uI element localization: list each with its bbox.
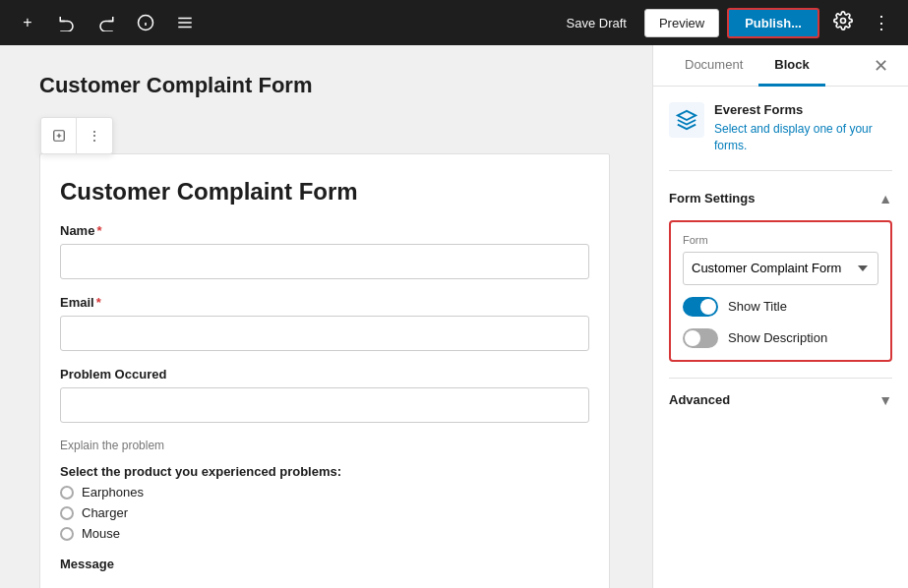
problem-label: Problem Occured: [60, 367, 589, 382]
name-input[interactable]: [60, 244, 589, 279]
name-label: Name*: [60, 223, 589, 238]
form-settings-chevron-icon: ▲: [878, 191, 892, 206]
show-description-label: Show Description: [728, 330, 827, 345]
form-settings-panel: Form Customer Complaint Form Show Title: [669, 220, 892, 362]
redo-button[interactable]: [91, 7, 122, 38]
block-more-button[interactable]: ⋮: [77, 118, 112, 153]
form-settings-heading[interactable]: Form Settings ▲: [669, 191, 892, 206]
radio-options: Earphones Charger Mouse: [60, 485, 589, 541]
message-label: Message: [60, 557, 589, 571]
email-input[interactable]: [60, 316, 589, 351]
block-info: Everest Forms Select and display one of …: [669, 102, 892, 171]
radio-item-mouse: Mouse: [60, 526, 589, 541]
show-description-toggle[interactable]: [683, 328, 718, 348]
block-icon-button[interactable]: [41, 118, 77, 153]
menu-button[interactable]: [169, 7, 201, 38]
name-required-star: *: [96, 223, 101, 238]
advanced-chevron-icon: ▼: [878, 392, 892, 408]
more-options-button[interactable]: ⋮: [867, 8, 896, 37]
save-draft-button[interactable]: Save Draft: [557, 10, 636, 36]
main-layout: Customer Complaint Form ⋮ Customer Compl…: [0, 45, 908, 588]
radio-circle-earphones[interactable]: [60, 486, 74, 500]
advanced-section: Advanced ▼: [669, 378, 892, 408]
tab-block[interactable]: Block: [758, 45, 824, 87]
sidebar: Document Block ✕ Everest Forms Select an…: [652, 45, 908, 588]
advanced-heading[interactable]: Advanced ▼: [669, 392, 892, 408]
block-toolbar: ⋮: [40, 117, 113, 154]
show-description-row: Show Description: [683, 328, 878, 348]
form-dropdown-label: Form: [683, 234, 878, 246]
email-label: Email*: [60, 295, 589, 310]
publish-button[interactable]: Publish...: [727, 8, 819, 38]
everest-forms-icon: [669, 102, 704, 138]
radio-circle-charger[interactable]: [60, 506, 74, 520]
problem-input[interactable]: [60, 387, 589, 423]
radio-item-charger: Charger: [60, 505, 589, 520]
form-select[interactable]: Customer Complaint Form: [683, 252, 878, 285]
radio-group: Select the product you experienced probl…: [60, 464, 589, 541]
svg-point-6: [841, 18, 846, 23]
block-info-text: Everest Forms Select and display one of …: [714, 102, 892, 154]
editor-area: Customer Complaint Form ⋮ Customer Compl…: [0, 45, 652, 588]
radio-item-earphones: Earphones: [60, 485, 589, 500]
add-block-button[interactable]: +: [12, 7, 43, 38]
email-field-group: Email*: [60, 295, 589, 351]
problem-field-group: Problem Occured: [60, 367, 589, 423]
show-description-toggle-knob: [685, 330, 700, 346]
form-settings-section: Form Settings ▲ Form Customer Complaint …: [669, 191, 892, 362]
form-title: Customer Complaint Form: [60, 178, 589, 206]
undo-button[interactable]: [51, 7, 83, 38]
settings-icon[interactable]: [827, 7, 859, 39]
form-block: ⋮ Customer Complaint Form Name* Email*: [39, 153, 610, 588]
sidebar-tabs: Document Block ✕: [653, 45, 908, 87]
show-title-label: Show Title: [728, 299, 787, 314]
radio-label: Select the product you experienced probl…: [60, 464, 589, 479]
show-title-toggle-knob: [700, 299, 716, 315]
show-title-toggle[interactable]: [683, 297, 718, 317]
top-toolbar: + Save Draft Preview Publish... ⋮: [0, 0, 908, 45]
name-field-group: Name*: [60, 223, 589, 279]
email-required-star: *: [96, 295, 101, 310]
tab-document[interactable]: Document: [669, 45, 758, 87]
info-button[interactable]: [130, 7, 161, 38]
show-title-row: Show Title: [683, 297, 878, 317]
sidebar-content: Everest Forms Select and display one of …: [653, 87, 908, 588]
radio-circle-mouse[interactable]: [60, 527, 74, 541]
toolbar-right: Save Draft Preview Publish... ⋮: [557, 7, 896, 39]
sidebar-close-button[interactable]: ✕: [870, 45, 892, 86]
help-text: Explain the problem: [60, 439, 589, 452]
page-title[interactable]: Customer Complaint Form: [39, 65, 613, 106]
preview-button[interactable]: Preview: [644, 9, 719, 37]
